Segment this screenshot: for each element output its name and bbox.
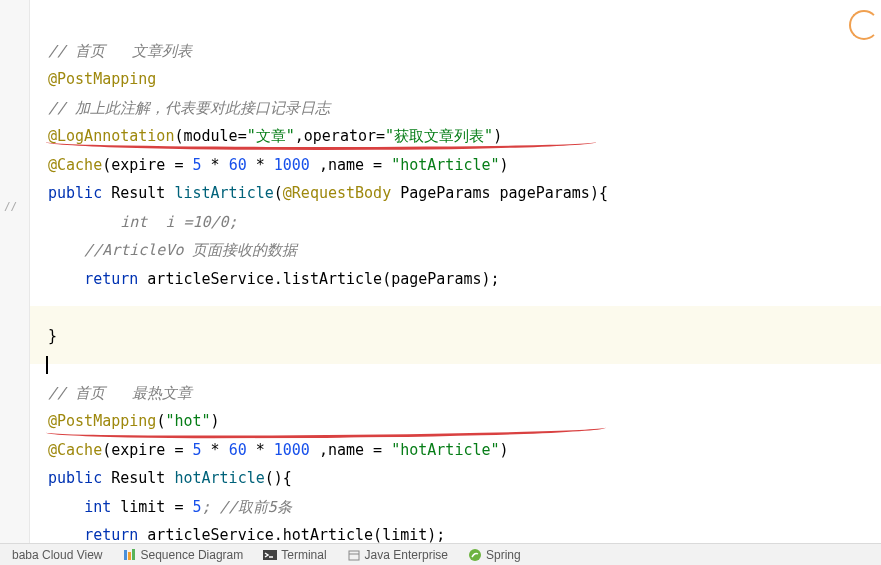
code-editor[interactable]: // 首页 文章列表 @PostMapping // 加上此注解，代表要对此接口…: [0, 0, 881, 543]
string-literal: "hotArticle": [391, 156, 499, 174]
statusbar-label: Spring: [486, 548, 521, 562]
param-key: ,name =: [310, 156, 391, 174]
svg-rect-2: [132, 549, 135, 560]
commented-code: int i =10/0;: [48, 213, 238, 231]
keyword: public: [48, 469, 102, 487]
svg-rect-0: [124, 550, 127, 560]
string-literal: "获取文章列表": [385, 127, 493, 145]
tool-spring[interactable]: Spring: [458, 544, 531, 565]
string-literal: "文章": [247, 127, 295, 145]
tool-java-enterprise[interactable]: Java Enterprise: [337, 544, 458, 565]
param-key: expire =: [111, 156, 192, 174]
number-literal: 1000: [274, 441, 310, 459]
diagram-icon: [123, 548, 137, 562]
svg-rect-5: [349, 551, 359, 560]
keyword: public: [48, 184, 102, 202]
number-literal: 1000: [274, 156, 310, 174]
statusbar-label: Java Enterprise: [365, 548, 448, 562]
svg-rect-3: [263, 550, 277, 560]
annotation-requestbody: @RequestBody: [283, 184, 391, 202]
param-key: module=: [183, 127, 246, 145]
keyword: return: [84, 526, 138, 543]
brace: }: [48, 327, 57, 345]
annotation-log: @LogAnnotation: [48, 127, 174, 145]
svg-rect-1: [128, 552, 131, 560]
comment-line: //ArticleVo 页面接收的数据: [48, 241, 298, 259]
tool-cloud-view[interactable]: baba Cloud View: [2, 544, 113, 565]
method-call: listArticle(pageParams);: [283, 270, 500, 288]
inspection-indicator-icon[interactable]: [849, 10, 879, 40]
parameter: pageParams: [500, 184, 590, 202]
tool-terminal[interactable]: Terminal: [253, 544, 336, 565]
comment-line: // 首页 文章列表: [48, 42, 192, 60]
annotation-postmapping: @PostMapping: [48, 412, 156, 430]
string-literal: "hotArticle": [391, 441, 499, 459]
annotation-cache: @Cache: [48, 156, 102, 174]
comment-line: // 首页 最热文章: [48, 384, 192, 402]
number-literal: 5: [193, 498, 202, 516]
text-cursor: [46, 356, 48, 374]
string-literal: "hot": [165, 412, 210, 430]
statusbar-label: Terminal: [281, 548, 326, 562]
type-name: Result: [111, 184, 165, 202]
statusbar-label: Sequence Diagram: [141, 548, 244, 562]
statusbar: baba Cloud View Sequence Diagram Termina…: [0, 543, 881, 565]
java-ee-icon: [347, 548, 361, 562]
number-literal: 60: [229, 156, 247, 174]
number-literal: 5: [193, 441, 202, 459]
terminal-icon: [263, 548, 277, 562]
type-name: Result: [111, 469, 165, 487]
method-name: listArticle: [174, 184, 273, 202]
statusbar-label: baba Cloud View: [12, 548, 103, 562]
identifier: articleService: [147, 526, 273, 543]
keyword: int: [84, 498, 111, 516]
method-name: hotArticle: [174, 469, 264, 487]
type-name: PageParams: [400, 184, 490, 202]
identifier: articleService: [147, 270, 273, 288]
svg-point-7: [469, 549, 481, 561]
identifier: limit =: [120, 498, 192, 516]
keyword: return: [84, 270, 138, 288]
annotation-cache: @Cache: [48, 441, 102, 459]
annotation-postmapping: @PostMapping: [48, 70, 156, 88]
number-literal: 60: [229, 441, 247, 459]
number-literal: 5: [193, 156, 202, 174]
param-key: expire =: [111, 441, 192, 459]
param-key: ,name =: [310, 441, 391, 459]
spring-icon: [468, 548, 482, 562]
method-call: hotArticle(limit);: [283, 526, 446, 543]
param-key: operator=: [304, 127, 385, 145]
comment-line: // 加上此注解，代表要对此接口记录日志: [48, 99, 330, 117]
tool-sequence-diagram[interactable]: Sequence Diagram: [113, 544, 254, 565]
comment-inline: ; //取前5条: [202, 498, 292, 516]
